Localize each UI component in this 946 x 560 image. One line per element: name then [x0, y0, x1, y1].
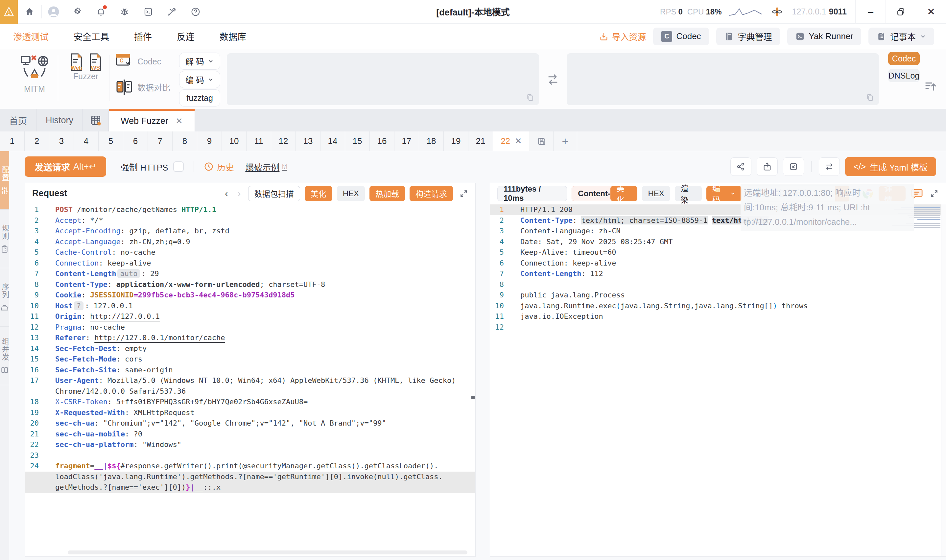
side-tab-codec[interactable]: Codec: [888, 52, 920, 65]
next-arrow-icon[interactable]: ›: [235, 188, 243, 199]
packet-scan-button[interactable]: 数据包扫描: [248, 186, 300, 201]
fuzzer-toolbar: 发送请求 Alt+↵ 强制 HTTPS 历史 爆破示例 ⍰: [25, 156, 936, 177]
codec-button[interactable]: CCodec: [653, 28, 709, 45]
notepad-button[interactable]: 记事本: [868, 28, 934, 45]
swap-request-response-button[interactable]: [819, 157, 840, 176]
response-beautify-button[interactable]: 美化: [611, 186, 637, 201]
fuzzer-tab-10[interactable]: 10: [222, 131, 246, 151]
menu-item-渗透测试[interactable]: 渗透测试: [13, 30, 49, 43]
save-fuzzer-tab-icon[interactable]: [530, 131, 554, 151]
rail-tab-组并发[interactable]: 组并发: [0, 327, 9, 385]
fullscreen-icon[interactable]: [460, 189, 468, 198]
history-button[interactable]: 历史: [204, 161, 234, 173]
codec-tool[interactable]: C Codec: [116, 54, 175, 69]
add-fuzzer-tab-icon[interactable]: +: [554, 131, 577, 151]
terminal-icon[interactable]: [137, 0, 160, 24]
encode-dropdown-button[interactable]: 编码: [706, 186, 741, 201]
close-tab-icon[interactable]: ✕: [515, 136, 522, 146]
collapse-panel-icon[interactable]: [924, 81, 937, 93]
fuzzer-tab-1[interactable]: 1: [0, 131, 25, 151]
bug-icon[interactable]: [113, 0, 137, 24]
tools-icon[interactable]: [160, 0, 184, 24]
fuzzer-tab-8[interactable]: 8: [172, 131, 197, 151]
hex-button[interactable]: HEX: [337, 186, 365, 201]
fuzzer-tab-21[interactable]: 21: [468, 131, 493, 151]
request-editor[interactable]: 1POST /monitor/cache/getNames HTTP/1.12A…: [25, 205, 475, 556]
share-button[interactable]: [731, 157, 751, 176]
fuzzer-tab-9[interactable]: 9: [197, 131, 222, 151]
fuzzer-tab-13[interactable]: 13: [296, 131, 320, 151]
book-icon: [724, 32, 734, 42]
tab-history[interactable]: History: [37, 109, 83, 131]
restore-button[interactable]: [886, 0, 916, 24]
codec-input-textarea[interactable]: [227, 53, 539, 105]
tab-table-icon[interactable]: [83, 109, 109, 131]
fuzzer-tab-14[interactable]: 14: [320, 131, 345, 151]
avatar[interactable]: [42, 0, 65, 24]
import-resource-button[interactable]: 导入资源: [599, 30, 646, 42]
send-request-button[interactable]: 发送请求 Alt+↵: [25, 157, 106, 177]
force-https-checkbox[interactable]: [173, 162, 184, 172]
code-line: Chrome/142.0.0.0 Safari/537.36: [25, 386, 475, 397]
fuzztag-button[interactable]: fuzztag: [179, 89, 220, 106]
yakit-logo-icon[interactable]: [0, 0, 18, 24]
fuzzer-tab-11[interactable]: 11: [246, 131, 271, 151]
decode-dropdown[interactable]: 解 码: [179, 52, 220, 70]
fuzzer-tab-22[interactable]: 22✕: [493, 131, 530, 151]
menu-item-反连[interactable]: 反连: [177, 30, 195, 43]
fuzzer-tab-16[interactable]: 16: [370, 131, 394, 151]
menu-item-安全工具[interactable]: 安全工具: [74, 30, 109, 43]
fuzzer-tab-17[interactable]: 17: [394, 131, 419, 151]
side-tab-dnslog[interactable]: DNSLog: [888, 69, 920, 82]
rail-tab-配置[interactable]: 配置: [0, 151, 9, 210]
fuzzer-tab-6[interactable]: 6: [123, 131, 148, 151]
fuzzer-tab-18[interactable]: 18: [419, 131, 444, 151]
menu-item-插件[interactable]: 插件: [134, 30, 152, 43]
fuzzer-tab-12[interactable]: 12: [271, 131, 296, 151]
home-icon[interactable]: [18, 0, 42, 24]
pinwheel-icon[interactable]: [771, 6, 783, 18]
rail-tab-序列[interactable]: 序列: [0, 268, 9, 327]
bell-icon[interactable]: [89, 0, 113, 24]
copy-icon[interactable]: [526, 93, 534, 102]
codec-output-textarea[interactable]: [567, 53, 879, 105]
export-button[interactable]: [757, 157, 778, 176]
close-button[interactable]: ✕: [916, 0, 946, 24]
fuzzer-tab-4[interactable]: 4: [74, 131, 98, 151]
fuzzer-tab-7[interactable]: 7: [148, 131, 172, 151]
fuzzer-tool[interactable]: Web WS Fuzzer: [65, 52, 107, 81]
render-button[interactable]: 渲染: [675, 186, 702, 201]
yak-runner-button[interactable]: Yak Runner: [787, 28, 861, 45]
settings-gear-icon[interactable]: [65, 0, 89, 24]
minimize-button[interactable]: –: [855, 0, 886, 24]
dict-manage-button[interactable]: 字典管理: [716, 28, 780, 45]
request-hscrollbar[interactable]: [68, 551, 468, 554]
blasting-example-link[interactable]: 爆破示例 ⍰: [245, 161, 287, 173]
response-editor[interactable]: 1HTTP/1.1 2002Content-Type: text/html; c…: [490, 205, 946, 556]
swap-io-icon[interactable]: [546, 72, 560, 87]
fuzzer-tab-5[interactable]: 5: [98, 131, 123, 151]
fuzzer-tab-2[interactable]: 2: [25, 131, 49, 151]
fuzzer-tab-3[interactable]: 3: [49, 131, 74, 151]
prev-arrow-icon[interactable]: ‹: [222, 188, 231, 199]
rail-tab-规则[interactable]: 规则: [0, 210, 9, 268]
tab-home[interactable]: 首页: [0, 109, 37, 131]
menu-item-数据库[interactable]: 数据库: [220, 30, 246, 43]
beautify-button[interactable]: 美化: [305, 186, 332, 201]
mitm-tool[interactable]: MITM: [13, 52, 56, 94]
tab-web-fuzzer[interactable]: Web Fuzzer ✕: [109, 109, 195, 131]
fuzzer-tab-15[interactable]: 15: [345, 131, 370, 151]
generate-yaml-button[interactable]: </> 生成 Yaml 模板: [845, 157, 936, 176]
response-vscrollbar[interactable]: [941, 205, 946, 556]
response-hex-button[interactable]: HEX: [642, 186, 670, 201]
hotload-button[interactable]: 热加载: [369, 186, 405, 201]
compare-tool[interactable]: 数据对比: [116, 80, 182, 95]
import-edit-button[interactable]: [783, 157, 804, 176]
fuzzer-tab-19[interactable]: 19: [444, 131, 468, 151]
construct-request-button[interactable]: 构造请求: [409, 186, 453, 201]
close-tab-icon[interactable]: ✕: [175, 116, 183, 126]
help-icon[interactable]: [184, 0, 208, 24]
encode-dropdown[interactable]: 编 码: [179, 71, 220, 88]
fullscreen-icon[interactable]: [930, 189, 938, 198]
copy-icon[interactable]: [866, 93, 874, 102]
